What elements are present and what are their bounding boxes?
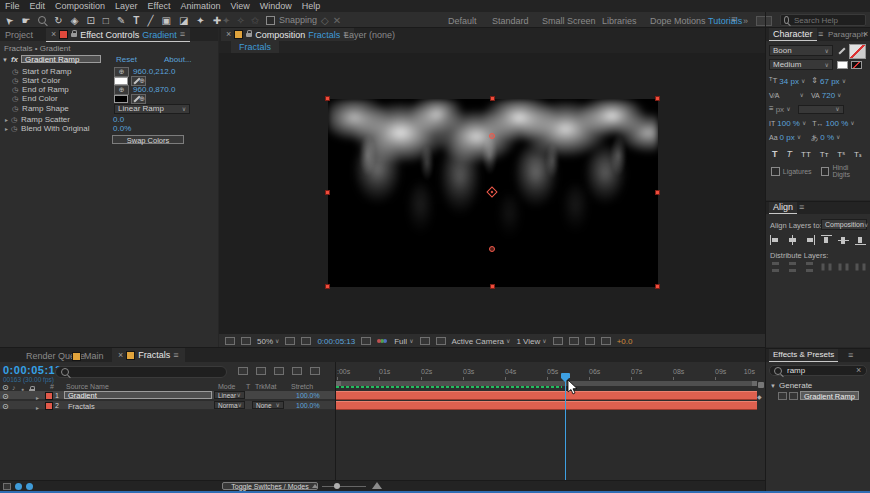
- time-ruler[interactable]: :00s 01s 02s 03s 04s 05s 06s 07s 08s 09s…: [335, 362, 757, 383]
- panel-menu-icon[interactable]: [848, 351, 853, 360]
- workspace-menu-icon[interactable]: [731, 15, 736, 24]
- chevron-down-icon[interactable]: [836, 133, 840, 141]
- lock-icon[interactable]: [246, 33, 252, 37]
- selection-tool-icon[interactable]: ➤: [2, 13, 16, 27]
- shape-tool-icon[interactable]: □: [103, 15, 109, 26]
- timeline-zoom-slider-knob[interactable]: [334, 483, 340, 489]
- layer-label-chip[interactable]: [45, 392, 53, 400]
- layer-bar-fractals[interactable]: [336, 401, 757, 410]
- horizontal-scale-value[interactable]: 100 %: [826, 119, 849, 128]
- track-matte-dropdown[interactable]: None: [252, 401, 284, 409]
- close-icon[interactable]: [51, 30, 56, 39]
- zoom-in-mountain-icon[interactable]: [372, 482, 382, 489]
- column-t[interactable]: T: [246, 383, 250, 390]
- roto-brush-tool-icon[interactable]: ✦: [196, 15, 204, 26]
- chevron-down-icon[interactable]: [786, 105, 790, 113]
- menu-layer[interactable]: Layer: [110, 1, 143, 11]
- close-icon[interactable]: [118, 351, 123, 360]
- stopwatch-icon[interactable]: [12, 85, 18, 94]
- selection-handle[interactable]: [655, 190, 660, 195]
- tab-paragraph[interactable]: Paragraph: [828, 30, 865, 39]
- type-tool-icon[interactable]: T: [133, 15, 139, 26]
- pen-tool-icon[interactable]: ✎: [117, 15, 125, 26]
- font-size-value[interactable]: 34 px: [779, 77, 799, 86]
- expand-layers-icon[interactable]: [3, 483, 11, 490]
- menu-help[interactable]: Help: [297, 1, 326, 11]
- stopwatch-icon[interactable]: [12, 94, 18, 103]
- tab-composition[interactable]: Composition Fractals: [221, 28, 354, 42]
- help-search-input[interactable]: [792, 15, 862, 26]
- stretch-value[interactable]: 100.0%: [296, 402, 320, 409]
- stroke-white-swatch[interactable]: [837, 61, 848, 69]
- baseline-shift-value[interactable]: 0 px: [780, 133, 795, 142]
- effects-search-input[interactable]: [785, 365, 853, 376]
- composition-viewer[interactable]: [219, 53, 765, 333]
- align-to-dropdown[interactable]: Composition: [821, 219, 867, 230]
- puppet-pin-tool-icon[interactable]: ✚: [213, 15, 221, 26]
- tab-effect-controls[interactable]: Effect Controls Gradient: [46, 28, 190, 42]
- zoom-tool-icon[interactable]: [38, 16, 46, 24]
- tab-fractals[interactable]: Fractals: [112, 348, 185, 363]
- camera-dropdown[interactable]: Active Camera: [452, 337, 511, 346]
- menu-effect[interactable]: Effect: [143, 1, 176, 11]
- column-trkmat[interactable]: TrkMat: [255, 383, 277, 390]
- workspace-tutorials[interactable]: Tutorials: [708, 16, 742, 26]
- graph-editor-icon[interactable]: [310, 367, 320, 375]
- ramp-end-point[interactable]: [489, 246, 495, 252]
- tsume-value[interactable]: 0 %: [820, 133, 834, 142]
- expander-icon[interactable]: [4, 115, 9, 124]
- resolution-dropdown[interactable]: Full: [394, 337, 413, 346]
- view-layout-dropdown[interactable]: 1 View: [516, 337, 546, 346]
- menu-composition[interactable]: Composition: [50, 1, 110, 11]
- panel-menu-icon[interactable]: [799, 203, 804, 212]
- cc-libraries-icon[interactable]: [756, 16, 772, 26]
- chevron-down-icon[interactable]: [800, 91, 804, 99]
- collapse-category-icon[interactable]: [770, 382, 776, 390]
- stopwatch-icon[interactable]: [11, 115, 17, 124]
- stroke-style-dropdown[interactable]: [798, 105, 844, 114]
- composition-canvas[interactable]: [328, 99, 658, 287]
- blend-mode-dropdown[interactable]: Norma: [214, 401, 245, 409]
- effect-item-row[interactable]: Gradient Ramp: [778, 391, 859, 400]
- close-icon[interactable]: [863, 30, 868, 39]
- current-timecode[interactable]: 0:00:05:13: [3, 364, 62, 376]
- workspace-default[interactable]: Default: [448, 16, 477, 26]
- category-row[interactable]: Generate: [770, 381, 812, 390]
- start-color-swatch[interactable]: [114, 77, 128, 85]
- tracking-value[interactable]: 720: [822, 91, 835, 100]
- clone-stamp-tool-icon[interactable]: ▣: [161, 15, 170, 26]
- chevron-down-icon[interactable]: [802, 119, 806, 127]
- workspace-standard[interactable]: Standard: [492, 16, 529, 26]
- eyedropper-box[interactable]: [131, 76, 146, 86]
- stopwatch-icon[interactable]: [12, 104, 18, 113]
- channels-icon[interactable]: [377, 339, 388, 344]
- brush-tool-icon[interactable]: ╱: [147, 15, 153, 26]
- menu-edit[interactable]: Edit: [25, 1, 51, 11]
- playhead-line[interactable]: [565, 381, 566, 480]
- align-top-icon[interactable]: [821, 235, 832, 245]
- reset-link[interactable]: Reset: [116, 55, 137, 64]
- collapse-effect-icon[interactable]: [2, 55, 8, 64]
- tab-layer[interactable]: Layer (none): [344, 30, 395, 40]
- rulers-icon[interactable]: [301, 337, 311, 345]
- eyedropper-icon[interactable]: [837, 46, 847, 55]
- transparency-grid-icon[interactable]: [436, 337, 446, 345]
- layer-bar-gradient[interactable]: [336, 391, 757, 400]
- snapping-checkbox[interactable]: [266, 16, 275, 25]
- small-caps-icon[interactable]: Tᴛ: [820, 150, 829, 159]
- exposure-value[interactable]: +0.0: [617, 337, 633, 346]
- magnification-icon[interactable]: [241, 337, 251, 345]
- panel-menu-icon[interactable]: [818, 30, 823, 39]
- fast-previews-icon[interactable]: [420, 337, 430, 345]
- viewer-timecode[interactable]: 0:00:05:13: [317, 337, 355, 346]
- clear-search-icon[interactable]: [856, 366, 861, 375]
- stopwatch-icon[interactable]: [12, 67, 18, 76]
- align-left-icon[interactable]: [770, 235, 781, 245]
- effect-name[interactable]: Gradient Ramp: [21, 55, 101, 63]
- layer-label-chip[interactable]: [45, 402, 53, 410]
- tab-character[interactable]: Character: [769, 28, 817, 41]
- timeline-zoom-slider-track[interactable]: [322, 486, 366, 487]
- pixel-aspect-icon[interactable]: [553, 337, 563, 345]
- property-value[interactable]: 0.0%: [113, 124, 131, 133]
- rotate-tool-icon[interactable]: ↻: [54, 15, 62, 26]
